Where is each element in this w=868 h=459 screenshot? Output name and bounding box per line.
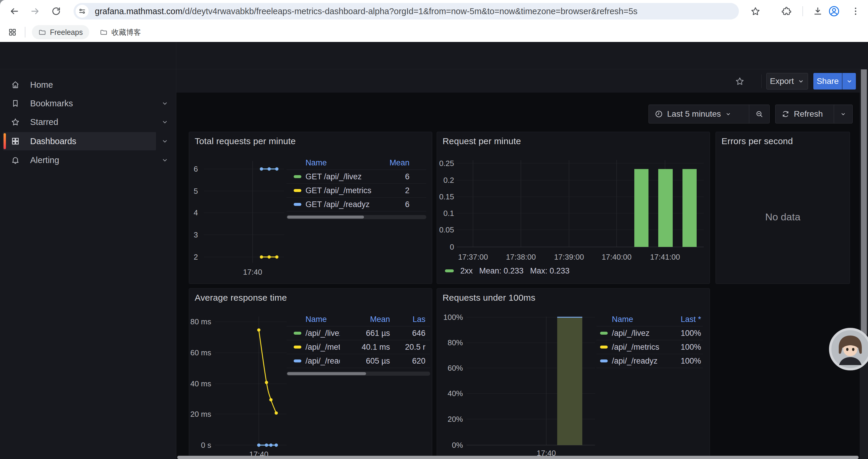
- legend-scrollbar-thumb[interactable]: [287, 372, 366, 375]
- svg-text:0: 0: [450, 242, 454, 251]
- legend-value: 100%: [667, 329, 701, 338]
- series-color-pill: [294, 189, 301, 192]
- dashboard-subheader: [176, 69, 868, 93]
- url-text: grafana.mathmast.com/d/deytv4rwavabkb/fr…: [95, 6, 638, 16]
- chevron-down-icon: [797, 78, 804, 85]
- site-settings-icon[interactable]: [75, 5, 89, 18]
- legend-scrollbar[interactable]: [286, 215, 426, 219]
- chevron-down-icon[interactable]: [159, 117, 170, 127]
- legend-column-header[interactable]: Mean: [340, 315, 390, 324]
- vertical-scrollbar-thumb[interactable]: [861, 47, 867, 337]
- series-name[interactable]: /api/_/readyz: [306, 357, 340, 366]
- sidebar-item-dashboards[interactable]: Dashboards: [3, 132, 156, 150]
- legend-row[interactable]: /api/_/metrics100%: [596, 340, 703, 354]
- reload-icon[interactable]: [50, 5, 63, 18]
- share-menu-button[interactable]: [842, 73, 856, 90]
- series-color-pill: [294, 359, 301, 362]
- sidebar-item-alerting[interactable]: Alerting: [3, 151, 156, 169]
- series-mean: Mean: 0.233: [479, 266, 524, 275]
- legend-row[interactable]: /api/_/livez661 µs646: [286, 326, 430, 340]
- series-name[interactable]: 2xx: [460, 266, 473, 275]
- refresh-interval-button[interactable]: [834, 105, 852, 123]
- browser-profile-icon[interactable]: [828, 5, 840, 18]
- legend-row[interactable]: /api/_/readyz605 µs620: [286, 354, 430, 368]
- zoom-out-button[interactable]: [749, 105, 769, 123]
- svg-text:40 ms: 40 ms: [190, 379, 211, 388]
- series-name[interactable]: /api/_/livez: [612, 329, 650, 338]
- series-name[interactable]: GET /api/_/metrics: [306, 186, 371, 195]
- download-icon[interactable]: [811, 5, 824, 18]
- no-data-message: No data: [716, 211, 850, 223]
- svg-text:60%: 60%: [447, 364, 463, 372]
- apps-grid-icon[interactable]: [6, 26, 18, 38]
- legend-row[interactable]: GET /api/_/readyz6: [286, 198, 426, 211]
- svg-text:0 s: 0 s: [201, 441, 211, 450]
- series-color-pill: [445, 269, 454, 272]
- toolbar-divider: [802, 6, 803, 16]
- series-name[interactable]: /api/_/livez: [306, 329, 340, 338]
- favorite-star-icon[interactable]: [733, 75, 746, 88]
- legend-scrollbar-thumb[interactable]: [287, 216, 364, 219]
- legend-row[interactable]: GET /api/_/livez6: [286, 170, 426, 184]
- assistant-avatar-button[interactable]: [829, 328, 868, 370]
- legend-scrollbar[interactable]: [286, 371, 430, 376]
- series-name[interactable]: /api/_/metrics: [612, 342, 659, 352]
- legend-row[interactable]: /api/_/metrics40.1 ms20.5 r: [286, 340, 430, 354]
- legend-value: 661 µs: [340, 329, 390, 338]
- chevron-down-icon[interactable]: [159, 98, 170, 109]
- subheader-divider: [761, 74, 762, 88]
- refresh-button[interactable]: Refresh: [776, 105, 834, 123]
- legend-column-header[interactable]: Name: [294, 315, 340, 324]
- folder-icon: [38, 28, 46, 36]
- legend-row[interactable]: /api/_/readyz100%: [596, 354, 703, 368]
- bookmark-item-blog[interactable]: 收藏博客: [93, 25, 148, 39]
- extensions-icon[interactable]: [780, 5, 793, 18]
- legend-row[interactable]: GET /api/_/metrics2: [286, 184, 426, 198]
- panel-title[interactable]: Errors per second: [721, 136, 793, 146]
- sidebar-item-starred[interactable]: Starred: [3, 113, 156, 131]
- series-color-pill: [294, 203, 301, 206]
- bookmark-label: Freeleaps: [50, 28, 83, 37]
- series-color-pill: [600, 346, 608, 349]
- series-name[interactable]: GET /api/_/readyz: [306, 200, 370, 209]
- series-max: Max: 0.233: [530, 266, 569, 275]
- horizontal-scrollbar[interactable]: [177, 456, 859, 459]
- bookmark-item-freeleaps[interactable]: Freeleaps: [32, 25, 89, 39]
- chevron-down-icon[interactable]: [159, 155, 170, 165]
- legend-column-header[interactable]: Name: [294, 158, 383, 167]
- svg-text:2: 2: [194, 253, 198, 261]
- refresh-icon: [781, 110, 790, 118]
- legend-column-header[interactable]: Name: [600, 315, 667, 324]
- back-icon[interactable]: [8, 5, 21, 18]
- sidebar-item-bookmarks[interactable]: Bookmarks: [3, 94, 156, 112]
- legend-column-header[interactable]: Las: [390, 315, 426, 324]
- url-bar[interactable]: grafana.mathmast.com/d/deytv4rwavabkb/fr…: [73, 3, 739, 20]
- svg-text:40%: 40%: [447, 389, 463, 398]
- legend-table: NameMeanLas/api/_/livez661 µs646/api/_/m…: [286, 313, 430, 376]
- bookmark-star-icon[interactable]: [749, 5, 762, 18]
- share-button[interactable]: Share: [813, 73, 842, 90]
- screen: grafana.mathmast.com/d/deytv4rwavabkb/fr…: [0, 0, 868, 459]
- legend-value: 6: [383, 200, 409, 209]
- legend-column-header[interactable]: Mean: [383, 158, 409, 167]
- bookmark-icon: [11, 99, 20, 108]
- svg-text:0.15: 0.15: [439, 192, 454, 201]
- series-name[interactable]: GET /api/_/livez: [306, 172, 362, 182]
- chevron-down-icon: [840, 111, 846, 117]
- sidebar-item-home[interactable]: Home: [3, 76, 156, 94]
- series-name[interactable]: /api/_/readyz: [612, 357, 658, 366]
- legend-inline[interactable]: 2xx Mean: 0.233 Max: 0.233: [445, 266, 569, 276]
- legend-column-header[interactable]: Last *: [667, 315, 701, 324]
- legend-row[interactable]: /api/_/livez100%: [596, 326, 703, 340]
- svg-text:20%: 20%: [447, 415, 463, 424]
- svg-text:5: 5: [194, 187, 198, 196]
- request-per-minute-chart[interactable]: 0.250.20.150.10.05017:37:0017:38:0017:39…: [437, 132, 710, 284]
- chevron-down-icon[interactable]: [159, 136, 170, 146]
- time-range-button[interactable]: Last 5 minutes: [649, 105, 749, 123]
- forward-icon[interactable]: [29, 5, 42, 18]
- series-name[interactable]: /api/_/metrics: [306, 342, 340, 352]
- panel-average-response-time: Average response time 80 ms60 ms40 ms20 …: [189, 288, 432, 459]
- export-button[interactable]: Export: [766, 73, 808, 90]
- svg-text:3: 3: [194, 230, 198, 239]
- browser-menu-icon[interactable]: [849, 5, 862, 18]
